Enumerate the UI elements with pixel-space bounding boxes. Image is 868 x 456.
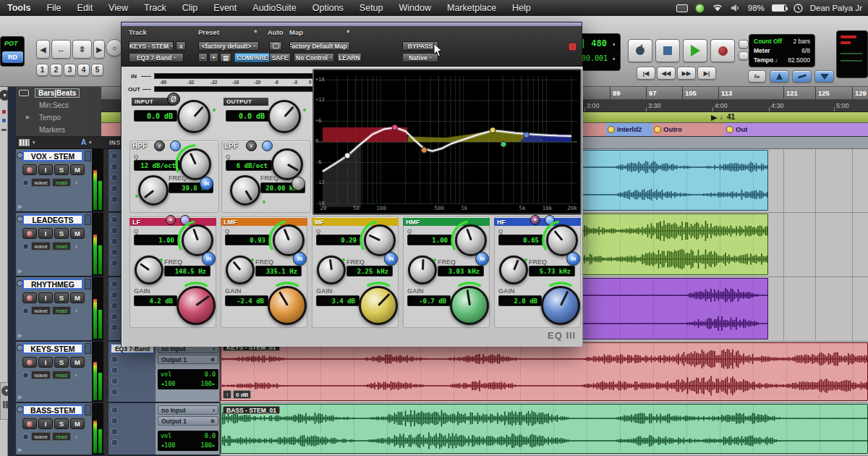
lpf-slope-button[interactable]: ◞	[262, 140, 273, 151]
band-in-button-hf[interactable]: IN	[566, 252, 580, 266]
insert-slot-empty[interactable]	[111, 260, 118, 266]
insert-slot-empty[interactable]	[111, 389, 118, 395]
zoom-vertical-button[interactable]: ⇳	[72, 40, 92, 59]
track-name[interactable]: LEADEGTS	[22, 214, 83, 225]
sort-arrow-icon[interactable]: ▾	[89, 140, 92, 145]
collapse-arrow-icon[interactable]: ▶	[18, 394, 22, 400]
marker-label[interactable]: Out	[736, 125, 747, 133]
marker-icon[interactable]	[654, 126, 661, 133]
band-in-button-lmf[interactable]: IN	[293, 252, 307, 266]
hpf-in-button[interactable]: IN	[200, 177, 213, 190]
insert-slot-empty[interactable]	[111, 216, 118, 223]
map-librarian-icon[interactable]	[346, 29, 351, 34]
preset-increment-button[interactable]: +	[209, 53, 218, 62]
track-selector[interactable]: KEYS - STEM▾	[129, 41, 174, 51]
learn-button[interactable]: LEARN	[337, 53, 362, 62]
loop-button[interactable]	[739, 51, 749, 60]
scroll-right-button[interactable]: ▶	[93, 40, 105, 59]
input-selector[interactable]: no Input▾	[158, 405, 218, 415]
input-monitor-button[interactable]: I	[38, 357, 53, 368]
ruler-name-markers[interactable]: Markers	[39, 126, 65, 134]
zoom-preset-5[interactable]: 5	[91, 64, 103, 76]
map-selector[interactable]: Factory Default Map▾	[289, 41, 350, 51]
wifi-icon[interactable]	[712, 4, 723, 12]
mute-button[interactable]: M	[70, 357, 85, 368]
zoom-preset-2[interactable]: 2	[50, 64, 62, 76]
record-enable-button[interactable]	[22, 418, 37, 429]
menu-item-window[interactable]: Window	[399, 3, 431, 13]
input-monitor-button[interactable]: I	[38, 292, 53, 303]
audio-clip[interactable]: KEYS - STEM_01↑0 dB	[221, 342, 868, 401]
lpf-notch-button[interactable]: ∨	[246, 140, 257, 151]
automation-dot[interactable]	[22, 372, 29, 379]
track-view-selector[interactable]: wave	[31, 432, 51, 441]
insert-slot-empty[interactable]	[111, 439, 118, 446]
pan-row[interactable]: ◂100100▸	[161, 442, 216, 449]
solo-button[interactable]: S	[54, 292, 69, 303]
band-shape-button-1[interactable]: ✦	[166, 215, 176, 225]
automation-dot[interactable]	[22, 180, 29, 186]
solo-button[interactable]: S	[54, 228, 69, 239]
collapse-arrow-icon[interactable]: ▶	[18, 332, 22, 339]
insert-slot-empty[interactable]	[111, 196, 118, 203]
automation-mode-selector[interactable]: read	[52, 432, 71, 441]
phase-invert-button[interactable]: Ø	[167, 93, 180, 106]
record-enable-button[interactable]	[22, 292, 37, 303]
ruler-name-bars-beats[interactable]: Bars|Beats	[35, 88, 80, 98]
insert-slot-empty[interactable]	[111, 249, 118, 256]
menu-item-help[interactable]: Help	[512, 3, 531, 13]
collapse-arrow-icon[interactable]: ▶	[18, 447, 22, 453]
automation-mode-selector[interactable]: read	[52, 306, 71, 315]
track-name-menu[interactable]	[85, 214, 91, 225]
no-control-selector[interactable]: No Control▾	[294, 53, 334, 62]
marker-label[interactable]: Outro	[663, 125, 682, 133]
mute-button[interactable]: M	[70, 292, 85, 303]
input-monitor-button[interactable]: I	[38, 228, 53, 239]
insert-slot-empty[interactable]	[111, 238, 118, 245]
band-in-button-mf[interactable]: IN	[384, 252, 398, 266]
volume-icon[interactable]	[731, 4, 741, 12]
automation-dot[interactable]	[22, 243, 29, 250]
mute-button[interactable]: M	[70, 418, 85, 429]
zoom-preset-3[interactable]: 3	[64, 64, 76, 76]
automation-dot[interactable]	[22, 434, 29, 440]
merge-button[interactable]	[792, 70, 812, 83]
menu-item-track[interactable]: Track	[144, 3, 166, 13]
menu-item-event[interactable]: Event	[213, 3, 237, 13]
record-enable-button[interactable]	[22, 357, 37, 368]
output-selector[interactable]: Output 1⊕	[158, 355, 218, 364]
automation-mode-selector[interactable]: read	[52, 242, 71, 250]
marker-icon[interactable]	[608, 126, 615, 133]
marker-icon[interactable]	[726, 126, 733, 133]
eq-graph[interactable]: +18+12+60-6-12-1820501005001k5k10k20k	[312, 69, 582, 215]
output-gain-knob[interactable]	[268, 100, 301, 133]
hpf-freq-knob[interactable]	[138, 175, 169, 206]
safe-button[interactable]: SAFE	[269, 53, 291, 62]
midi-merge-button[interactable]	[814, 70, 834, 83]
insert-slot-empty[interactable]	[111, 185, 118, 192]
track-name[interactable]: RHYTHMEG	[22, 279, 83, 290]
collapse-arrow-icon[interactable]: ▶	[18, 268, 22, 274]
mute-button[interactable]: M	[70, 164, 85, 175]
insert-slot-empty[interactable]	[111, 324, 118, 331]
band-shape-button-2[interactable]: ◠	[545, 215, 555, 225]
stop-button[interactable]	[655, 39, 680, 62]
edit-mode-grid[interactable]: RD	[2, 51, 23, 63]
solo-button[interactable]: S	[54, 418, 69, 429]
insert-slot-empty[interactable]	[111, 281, 118, 287]
volume-row[interactable]: vol0.0	[161, 432, 216, 439]
menu-item-file[interactable]: File	[46, 3, 61, 13]
menu-item-tools[interactable]: Tools	[7, 3, 30, 13]
track-name-menu[interactable]	[85, 405, 91, 415]
rewind-button[interactable]: ◀◀	[657, 67, 676, 80]
marker-label[interactable]: Interld2	[617, 125, 642, 133]
band-freq-knob-lf[interactable]	[135, 256, 163, 284]
user-menu[interactable]: Dean Palya Jr	[810, 4, 862, 12]
play-button[interactable]	[683, 39, 707, 62]
record-enable-button[interactable]	[22, 228, 37, 239]
mute-button[interactable]: M	[70, 228, 85, 239]
sort-button[interactable]: A	[81, 138, 86, 146]
compare-button[interactable]: COMPARE	[234, 53, 271, 62]
audio-clip[interactable]: BASS - STEM_01	[221, 404, 868, 454]
insert-slot-empty[interactable]	[111, 174, 118, 181]
